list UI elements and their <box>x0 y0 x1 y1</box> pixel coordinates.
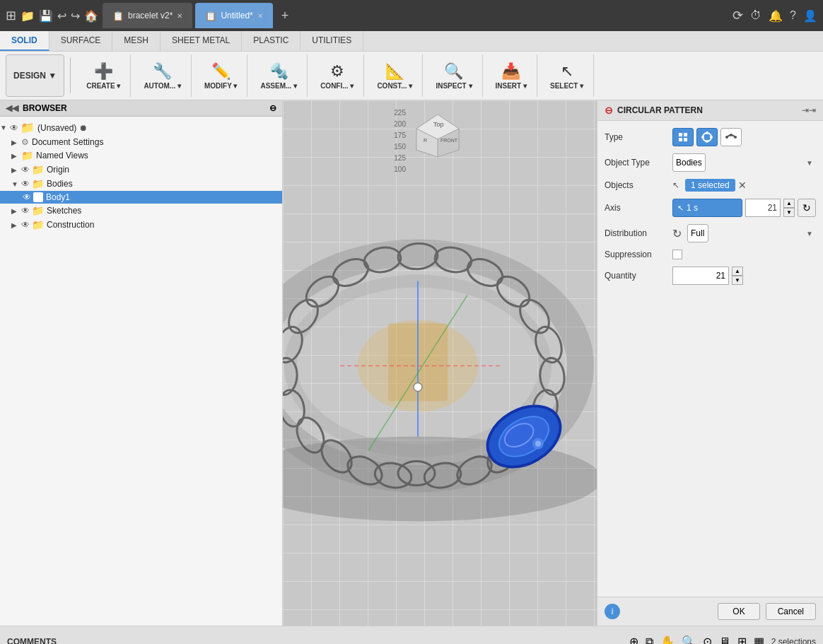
tree-item-construction[interactable]: ▶ 👁 📁 Construction <box>0 218 282 232</box>
redo-icon[interactable]: ↪ <box>71 9 80 23</box>
svg-text:Top: Top <box>433 121 444 128</box>
select-tool[interactable]: ↖ SELECT ▾ <box>546 61 588 91</box>
help-icon[interactable]: ? <box>790 9 796 22</box>
modify-label: MODIFY ▾ <box>204 82 237 90</box>
tree-item-body1[interactable]: 👁 Body1 <box>0 191 282 204</box>
zoom-icon[interactable]: 🔍 <box>682 635 696 644</box>
ok-button[interactable]: OK <box>718 603 759 620</box>
browser-collapse-arrow[interactable]: ◀◀ <box>6 103 18 113</box>
quantity-input[interactable] <box>672 267 729 285</box>
tree-arrow-bodies[interactable]: ▼ <box>11 180 21 188</box>
tree-arrow-sketches[interactable]: ▶ <box>11 207 21 215</box>
axis-spin-up[interactable]: ▲ <box>783 199 795 208</box>
record-icon[interactable]: ⏺ <box>79 123 88 133</box>
display-icon[interactable]: 🖥 <box>719 636 730 645</box>
tool-group-configure: ⚙ CONFI... ▾ <box>310 54 364 97</box>
tab-sheet-metal[interactable]: SHEET METAL <box>160 31 242 51</box>
distribution-select[interactable]: Full <box>687 224 708 242</box>
notification-icon[interactable]: 🔔 <box>769 9 783 23</box>
axis-rotate-button[interactable]: ↻ <box>798 199 816 217</box>
info-icon[interactable]: i <box>605 604 620 619</box>
modify-tool[interactable]: ✏️ MODIFY ▾ <box>200 61 241 91</box>
tree-item-sketches[interactable]: ▶ 👁 📁 Sketches <box>0 204 282 218</box>
assemble-tool[interactable]: 🔩 ASSEM... ▾ <box>256 61 301 91</box>
tab-plastic[interactable]: PLASTIC <box>242 31 300 51</box>
clock-icon[interactable]: ⏱ <box>750 9 761 22</box>
tab-mesh[interactable]: MESH <box>112 31 160 51</box>
user-icon[interactable]: 👤 <box>803 9 817 23</box>
objects-clear-button[interactable]: ✕ <box>738 180 747 191</box>
copy-icon[interactable]: ⧉ <box>646 636 653 645</box>
tree-item-doc-settings[interactable]: ▶ ⚙ Document Settings <box>0 136 282 148</box>
panel-expand-icon[interactable]: ⇥⇥ <box>802 105 816 115</box>
automate-label: AUTOM... ▾ <box>144 82 181 90</box>
object-type-select[interactable]: Bodies <box>672 153 706 172</box>
tree-arrow-named-views[interactable]: ▶ <box>11 152 21 160</box>
eye-icon-sketches[interactable]: 👁 <box>21 206 30 216</box>
svg-rect-46 <box>684 133 687 136</box>
automate-tool[interactable]: 🔧 AUTOM... ▾ <box>139 61 185 91</box>
grid-view-icon[interactable]: ⊞ <box>737 635 747 644</box>
tree-arrow-origin[interactable]: ▶ <box>11 166 21 174</box>
move-icon[interactable]: ⊕ <box>629 635 638 644</box>
inspect-tool[interactable]: 🔍 INSPECT ▾ <box>431 61 476 91</box>
update-icon[interactable]: ⟳ <box>732 8 743 23</box>
tree-item-unsaved[interactable]: ▼ 👁 📁 (Unsaved) ⏺ <box>0 119 282 136</box>
grid-icon[interactable]: ⊞ <box>6 8 16 23</box>
type-btn-face[interactable] <box>672 128 694 146</box>
eye-icon-origin[interactable]: 👁 <box>21 165 30 175</box>
tab-solid[interactable]: SOLID <box>0 31 49 51</box>
new-tab-button[interactable]: + <box>277 8 293 23</box>
file-icon[interactable]: 📁 <box>21 9 35 23</box>
home-icon[interactable]: 🏠 <box>84 9 98 23</box>
tool-group-modify: ✏️ MODIFY ▾ <box>194 54 247 97</box>
tab-untitled-close[interactable]: ✕ <box>257 12 263 20</box>
tab-bracelet-close[interactable]: ✕ <box>177 12 182 20</box>
design-button[interactable]: DESIGN ▼ <box>6 54 64 97</box>
distribution-row: Distribution ↻ Full <box>605 224 816 242</box>
eye-icon-bodies[interactable]: 👁 <box>21 179 30 189</box>
save-icon[interactable]: 💾 <box>39 9 53 23</box>
undo-icon[interactable]: ↩ <box>57 9 66 23</box>
insert-tool[interactable]: 📥 INSERT ▾ <box>491 61 531 91</box>
view-icon[interactable]: ▦ <box>754 635 764 644</box>
cancel-button[interactable]: Cancel <box>766 603 816 620</box>
tree-label-construction: Construction <box>47 220 94 230</box>
construct-icon: 📐 <box>385 62 404 81</box>
construct-tool[interactable]: 📐 CONST... ▾ <box>373 61 416 91</box>
configure-tool[interactable]: ⚙ CONFI... ▾ <box>316 61 358 91</box>
quantity-control: ▲ ▼ <box>672 267 816 285</box>
type-btn-pattern[interactable] <box>720 128 742 146</box>
view-cube[interactable]: Top FRONT R <box>409 111 466 163</box>
browser-close-icon[interactable]: ⊖ <box>269 103 276 113</box>
eye-icon-unsaved[interactable]: 👁 <box>10 123 18 133</box>
viewport[interactable]: Top FRONT R 225 200 175 150 125 100 <box>283 100 597 626</box>
select-label: SELECT ▾ <box>550 82 583 90</box>
folder-icon-sketches: 📁 <box>32 205 44 216</box>
settings-icon-doc: ⚙ <box>21 137 29 147</box>
axis-number-input[interactable] <box>745 199 781 217</box>
tree-arrow-construction[interactable]: ▶ <box>11 221 21 229</box>
suppression-checkbox[interactable] <box>672 250 682 259</box>
eye-icon-body1[interactable]: 👁 <box>23 192 31 202</box>
tree-item-origin[interactable]: ▶ 👁 📁 Origin <box>0 163 282 177</box>
tab-utilities[interactable]: UTILITIES <box>300 31 363 51</box>
tree-item-bodies[interactable]: ▼ 👁 📁 Bodies <box>0 177 282 191</box>
type-btn-circular[interactable] <box>696 128 718 146</box>
tab-untitled[interactable]: 📋 Untitled* ✕ <box>195 3 272 28</box>
tree-arrow-doc-settings[interactable]: ▶ <box>11 139 21 146</box>
eye-icon-construction[interactable]: 👁 <box>21 220 30 230</box>
panel-minus-icon[interactable]: ⊖ <box>605 105 613 116</box>
svg-rect-45 <box>679 133 682 136</box>
axis-spin-down[interactable]: ▼ <box>783 208 795 217</box>
quantity-spin-down[interactable]: ▼ <box>732 276 743 285</box>
orbit-icon[interactable]: ⊙ <box>703 635 712 644</box>
tab-bracelet[interactable]: 📋 bracelet v2* ✕ <box>103 3 192 28</box>
tree-arrow-unsaved[interactable]: ▼ <box>0 124 10 131</box>
tree-item-named-views[interactable]: ▶ 📁 Named Views <box>0 148 282 163</box>
toolbar: SOLID SURFACE MESH SHEET METAL PLASTIC U… <box>0 31 823 100</box>
hand-icon[interactable]: ✋ <box>660 635 675 644</box>
tab-surface[interactable]: SURFACE <box>49 31 113 51</box>
create-tool[interactable]: ➕ CREATE ▾ <box>82 61 124 91</box>
quantity-spin-up[interactable]: ▲ <box>732 267 743 276</box>
